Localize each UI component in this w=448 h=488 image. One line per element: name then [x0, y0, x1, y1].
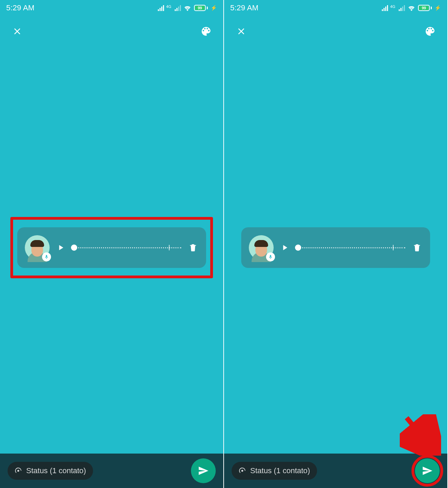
track-knob[interactable] — [295, 245, 301, 251]
status-audience-label: Status (1 contato) — [26, 466, 86, 475]
wifi-icon — [408, 5, 415, 11]
main-area — [224, 47, 447, 454]
track-knob[interactable] — [71, 245, 77, 251]
network-label: 4G — [166, 5, 171, 9]
top-bar — [0, 16, 223, 47]
svg-point-2 — [241, 470, 243, 472]
status-bar: 5:29 AM 4G 99 ⚡ — [224, 0, 447, 16]
send-button[interactable] — [415, 458, 440, 483]
voice-track[interactable] — [296, 244, 405, 251]
trash-icon — [413, 243, 421, 252]
avatar-wrap — [249, 235, 274, 260]
send-button[interactable] — [191, 458, 216, 483]
close-icon — [12, 26, 22, 37]
avatar-wrap — [25, 235, 50, 260]
charging-icon: ⚡ — [435, 5, 441, 11]
signal-icon-1 — [382, 5, 388, 11]
play-button[interactable] — [56, 243, 65, 252]
microphone-icon — [266, 252, 275, 261]
status-ring-icon — [14, 467, 22, 475]
palette-icon — [424, 25, 436, 37]
signal-icon-2 — [399, 5, 405, 11]
top-bar — [224, 16, 447, 47]
palette-button[interactable] — [422, 24, 438, 39]
status-icons: 4G 99 ⚡ — [158, 5, 217, 11]
phone-right: 5:29 AM 4G 99 ⚡ — [224, 0, 448, 488]
bottom-bar: Status (1 contato) — [0, 454, 223, 488]
microphone-icon — [42, 252, 51, 261]
network-label: 4G — [390, 5, 395, 9]
close-button[interactable] — [234, 24, 249, 39]
play-icon — [56, 243, 65, 252]
trash-icon — [189, 243, 197, 252]
status-audience-pill[interactable]: Status (1 contato) — [232, 462, 317, 480]
clock: 5:29 AM — [6, 3, 34, 12]
highlight-arrow — [400, 414, 441, 456]
signal-icon-1 — [158, 5, 164, 11]
close-icon — [236, 26, 246, 37]
voice-message-card — [17, 227, 206, 268]
play-icon — [280, 243, 289, 252]
phone-left: 5:29 AM 4G 99 ⚡ — [0, 0, 224, 488]
close-button[interactable] — [10, 24, 25, 39]
status-bar: 5:29 AM 4G 99 ⚡ — [0, 0, 223, 16]
bottom-bar: Status (1 contato) — [224, 454, 447, 488]
battery-icon: 99 — [194, 5, 208, 11]
status-ring-icon — [238, 467, 246, 475]
charging-icon: ⚡ — [211, 5, 217, 11]
main-area — [0, 47, 223, 454]
signal-icon-2 — [175, 5, 181, 11]
clock: 5:29 AM — [230, 3, 258, 12]
svg-point-0 — [17, 470, 19, 472]
delete-button[interactable] — [411, 242, 422, 253]
status-audience-pill[interactable]: Status (1 contato) — [8, 462, 93, 480]
voice-track[interactable] — [72, 244, 181, 251]
delete-button[interactable] — [187, 242, 198, 253]
status-audience-label: Status (1 contato) — [250, 466, 310, 475]
battery-icon: 99 — [418, 5, 432, 11]
status-icons: 4G 99 ⚡ — [382, 5, 441, 11]
wifi-icon — [184, 5, 191, 11]
play-button[interactable] — [280, 243, 289, 252]
voice-message-card — [241, 227, 430, 268]
svg-line-1 — [407, 418, 430, 446]
send-icon — [422, 465, 433, 476]
send-icon — [198, 465, 209, 476]
palette-icon — [200, 25, 212, 37]
palette-button[interactable] — [198, 24, 214, 39]
